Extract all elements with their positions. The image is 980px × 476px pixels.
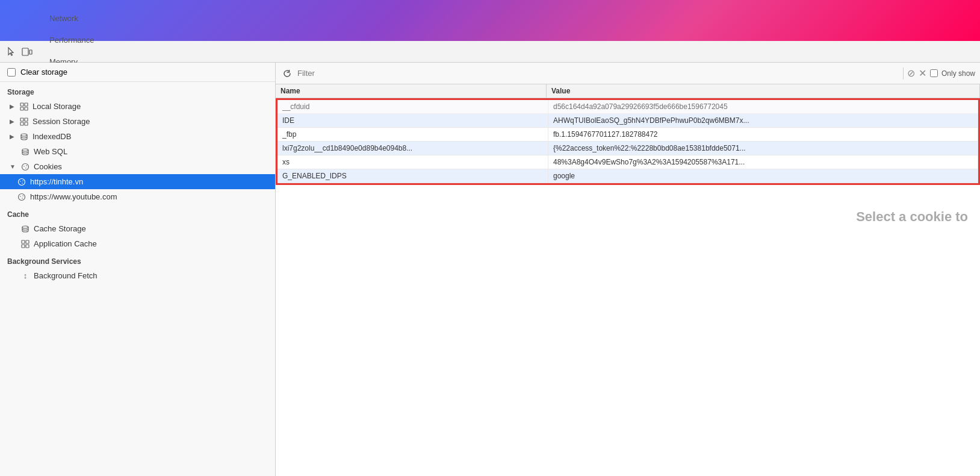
clear-storage-row[interactable]: Clear storage: [0, 63, 275, 82]
select-cookie-message: Select a cookie to: [276, 185, 980, 249]
svg-point-23: [22, 195, 23, 196]
sidebar-item-session-storage[interactable]: ▶ Session Storage: [0, 114, 275, 129]
svg-rect-1: [29, 50, 32, 54]
sidebar-item-label: IndexedDB: [33, 132, 71, 141]
filter-input[interactable]: [297, 69, 899, 78]
sidebar-item-label: https://tinhte.vn: [30, 177, 83, 186]
svg-rect-28: [26, 245, 29, 248]
svg-point-16: [19, 178, 25, 185]
cookies-icon: [20, 163, 30, 171]
tab-sources[interactable]: Sources: [41, 0, 102, 8]
svg-rect-6: [20, 118, 23, 121]
refresh-button[interactable]: [281, 67, 294, 80]
sidebar-item-label: https://www.youtube.com: [30, 192, 117, 201]
main-area: Clear storage Storage▶ Local Storage▶ Se…: [0, 63, 980, 476]
svg-point-10: [21, 134, 27, 136]
sidebar-item-web-sql[interactable]: Web SQL: [0, 144, 275, 159]
svg-rect-5: [25, 107, 28, 110]
svg-rect-0: [22, 48, 28, 55]
chevron-icon: ▶: [10, 133, 14, 140]
filter-divider: [903, 67, 904, 80]
svg-point-12: [22, 163, 28, 170]
table-row[interactable]: xs48%3A8g4O4v9EwSho7g%3A2%3A1594205587%3…: [278, 155, 978, 169]
cookies-table: Name Value __cfduid d56c164d4a92a079a299…: [276, 84, 980, 476]
cell-value: google: [548, 169, 978, 183]
table-row[interactable]: lxi7g2zolu__cd1b8490e0d89b4e094b8...{%22…: [278, 142, 978, 155]
cache-storage-icon: [20, 225, 30, 233]
clear-storage-checkbox[interactable]: [7, 68, 16, 77]
device-toggle-icon[interactable]: [20, 45, 34, 58]
table-header: Name Value: [276, 84, 980, 98]
table-row-partial[interactable]: __cfduid d56c164d4a92a079a29926693f5de66…: [278, 100, 978, 114]
svg-point-11: [22, 149, 28, 151]
tab-bar: ElementsConsoleSourcesNetworkPerformance…: [0, 41, 980, 63]
block-icon: ⊘: [907, 67, 915, 79]
chevron-icon: ▶: [10, 103, 14, 110]
clear-filter-icon[interactable]: ✕: [919, 67, 926, 79]
svg-rect-8: [20, 122, 23, 125]
chevron-icon: ▶: [10, 118, 14, 125]
sidebar-item-local-storage[interactable]: ▶ Local Storage: [0, 99, 275, 114]
table-row[interactable]: _fbpfb.1.1594767701127.182788472: [278, 128, 978, 142]
tab-performance[interactable]: Performance: [41, 30, 102, 52]
svg-point-20: [19, 193, 25, 200]
sidebar-sections: Storage▶ Local Storage▶ Session Storage▶…: [0, 82, 275, 283]
sidebar-item-label: Cache Storage: [34, 224, 86, 233]
only-show-label: Only show: [941, 69, 975, 78]
sidebar-item-label: Session Storage: [33, 117, 90, 126]
svg-rect-25: [22, 240, 25, 243]
only-show-checkbox[interactable]: [930, 69, 938, 77]
header-value: Value: [547, 84, 980, 98]
svg-point-22: [22, 198, 23, 199]
toolbar-icons: [5, 45, 34, 58]
svg-point-17: [20, 181, 21, 182]
chevron-icon: ▼: [10, 163, 16, 170]
sidebar-item-cookies[interactable]: ▼ Cookies: [0, 159, 275, 174]
svg-point-21: [20, 196, 21, 197]
svg-rect-27: [22, 245, 25, 248]
local-storage-icon: [19, 102, 29, 111]
cell-value: 48%3A8g4O4v9EwSho7g%3A2%3A1594205587%3A1…: [548, 155, 978, 169]
sidebar-item-indexeddb[interactable]: ▶ IndexedDB: [0, 129, 275, 144]
sidebar-item-application-cache[interactable]: Application Cache: [0, 236, 275, 251]
sidebar-item-background-fetch[interactable]: ↕Background Fetch: [0, 268, 275, 283]
sidebar-item-https---www-youtube-com[interactable]: https://www.youtube.com: [0, 189, 275, 204]
cell-name: lxi7g2zolu__cd1b8490e0d89b4e094b8...: [278, 142, 548, 155]
table-rows: IDEAHWqTUIBolEaoSQ_g5hN4YDBfPePhwuP0b2qw…: [278, 114, 978, 183]
cell-name: IDE: [278, 114, 548, 127]
cell-value: fb.1.1594767701127.182788472: [548, 128, 978, 141]
header-name: Name: [276, 84, 547, 98]
sidebar-item-label: Cookies: [34, 162, 62, 171]
sidebar-item-https---tinhte-vn[interactable]: https://tinhte.vn: [0, 174, 275, 189]
indexed-db-icon: [19, 133, 29, 141]
svg-rect-7: [25, 118, 28, 121]
cell-name: xs: [278, 155, 548, 169]
tab-network[interactable]: Network: [41, 8, 102, 30]
app-cache-icon: [20, 240, 30, 248]
session-storage-icon: [19, 117, 29, 126]
red-outline-section: __cfduid d56c164d4a92a079a29926693f5de66…: [276, 98, 980, 185]
svg-point-13: [23, 166, 25, 167]
content-pane: ⊘ ✕ Only show Name Value __cfduid: [276, 63, 980, 476]
cell-name: G_ENABLED_IDPS: [278, 169, 548, 183]
cursor-tool-icon[interactable]: [5, 45, 18, 58]
svg-point-24: [22, 226, 28, 228]
sidebar-item-label: Application Cache: [34, 239, 97, 248]
sidebar: Clear storage Storage▶ Local Storage▶ Se…: [0, 63, 276, 476]
sidebar-item-cache-storage[interactable]: Cache Storage: [0, 221, 275, 236]
table-row[interactable]: IDEAHWqTUIBolEaoSQ_g5hN4YDBfPePhwuP0b2qw…: [278, 114, 978, 128]
svg-rect-2: [20, 103, 23, 106]
sidebar-section-cache: Cache: [0, 204, 275, 221]
svg-rect-26: [26, 240, 29, 243]
table-row[interactable]: G_ENABLED_IDPSgoogle: [278, 169, 978, 183]
svg-rect-4: [20, 107, 23, 110]
sidebar-item-label: Web SQL: [34, 147, 67, 156]
cookie-child-icon: [17, 193, 26, 201]
partial-row-name: __cfduid: [278, 100, 548, 113]
svg-point-19: [22, 180, 23, 181]
cookie-child-icon: [17, 178, 26, 186]
devtools-panel: ElementsConsoleSourcesNetworkPerformance…: [0, 41, 980, 476]
svg-rect-3: [25, 103, 28, 106]
browser-top-gradient: [0, 0, 980, 41]
sidebar-section-background-services: Background Services: [0, 251, 275, 268]
